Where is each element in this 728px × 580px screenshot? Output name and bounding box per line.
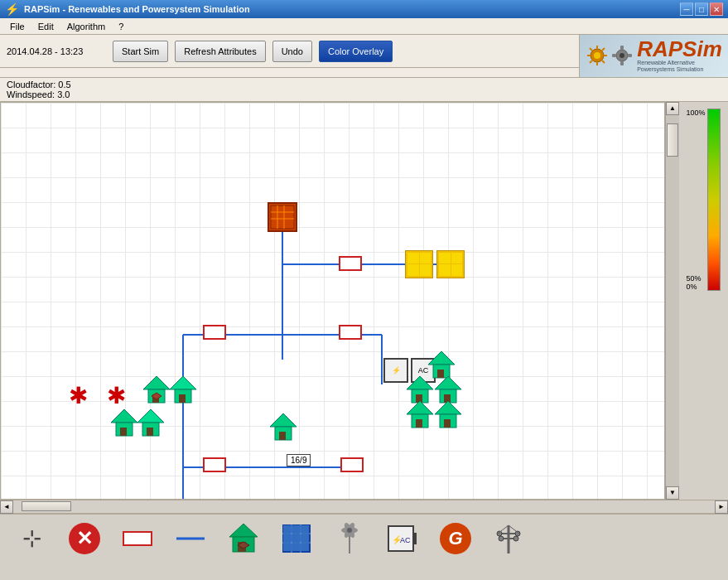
svg-marker-31 bbox=[143, 376, 170, 389]
canvas-area[interactable]: ⚡ AC ✱ ✱ bbox=[0, 102, 665, 500]
canvas-solar-cell bbox=[439, 264, 451, 276]
canvas-house-4[interactable] bbox=[137, 409, 164, 439]
horizontal-scrollbar[interactable]: ◄ ► bbox=[0, 500, 728, 513]
svg-rect-26 bbox=[271, 205, 294, 229]
bottom-toolbar: ⊹ ✕ bbox=[0, 513, 728, 563]
wire-icon bbox=[121, 522, 154, 555]
svg-marker-41 bbox=[137, 409, 164, 423]
minimize-button[interactable]: ─ bbox=[680, 2, 693, 16]
svg-rect-84 bbox=[301, 525, 309, 533]
menu-algorithm[interactable]: Algorithm bbox=[60, 20, 112, 33]
svg-line-6 bbox=[590, 48, 592, 51]
move-icon: ⊹ bbox=[15, 522, 48, 555]
color-bar-container: 100% 50% 0% bbox=[678, 102, 728, 500]
wind-svg bbox=[334, 522, 365, 555]
battery-tool-button[interactable]: ⚡ AC bbox=[384, 520, 421, 557]
delete-circle: ✕ bbox=[69, 523, 100, 554]
svg-rect-83 bbox=[292, 525, 300, 533]
canvas-house-2[interactable] bbox=[170, 376, 196, 406]
cloudfactor-label: Cloudfactor: 0.5 bbox=[7, 80, 721, 89]
canvas-house-9[interactable] bbox=[435, 401, 461, 431]
line-svg bbox=[175, 529, 206, 549]
canvas-solar-cell bbox=[420, 253, 431, 264]
canvas-house-1[interactable] bbox=[143, 376, 170, 406]
svg-rect-58 bbox=[444, 419, 451, 428]
pole-tool-button[interactable] bbox=[490, 520, 527, 557]
scroll-track-h[interactable] bbox=[13, 500, 715, 513]
delete-icon: ✕ bbox=[68, 522, 101, 555]
scroll-down-button[interactable]: ▼ bbox=[666, 486, 679, 500]
color-label-50: 50% bbox=[686, 274, 705, 283]
node-box-3[interactable] bbox=[339, 325, 362, 340]
svg-rect-37 bbox=[179, 394, 186, 403]
canvas-battery[interactable]: ⚡ bbox=[383, 358, 408, 383]
start-sim-button[interactable]: Start Sim bbox=[113, 41, 168, 62]
canvas-house-10[interactable] bbox=[270, 413, 297, 443]
node-box-4[interactable] bbox=[203, 457, 226, 472]
color-label-0: 0% bbox=[686, 283, 705, 291]
menu-bar: File Edit Algorithm ? bbox=[0, 18, 728, 35]
canvas-solar-1[interactable] bbox=[405, 250, 433, 278]
svg-point-11 bbox=[620, 53, 624, 58]
line-icon bbox=[174, 522, 207, 555]
solar-svg bbox=[281, 523, 312, 554]
color-overlay-button[interactable]: Color Overlay bbox=[319, 41, 393, 62]
scroll-up-button[interactable]: ▲ bbox=[666, 102, 679, 115]
scroll-thumb[interactable] bbox=[667, 123, 678, 157]
menu-file[interactable]: File bbox=[3, 20, 31, 33]
generator-tool-button[interactable]: G bbox=[437, 520, 474, 557]
generator-circle: G bbox=[440, 523, 471, 554]
canvas-label-16-9: 16/9 bbox=[287, 454, 311, 466]
solar-tool-button[interactable] bbox=[278, 520, 315, 557]
svg-marker-50 bbox=[435, 376, 461, 389]
svg-rect-14 bbox=[612, 54, 616, 57]
node-box-5[interactable] bbox=[340, 457, 364, 472]
svg-rect-71 bbox=[123, 532, 152, 545]
canvas-solar-2[interactable] bbox=[436, 250, 465, 278]
canvas-grid bbox=[1, 103, 664, 499]
svg-rect-61 bbox=[279, 432, 286, 440]
move-tool-button[interactable]: ⊹ bbox=[13, 520, 50, 557]
svg-marker-35 bbox=[170, 376, 196, 389]
line-tool-button[interactable] bbox=[172, 520, 209, 557]
toolbar: 2014.04.28 - 13:23 Start Sim Refresh Att… bbox=[0, 35, 579, 68]
canvas-star-1[interactable]: ✱ bbox=[69, 384, 88, 408]
undo-button[interactable]: Undo bbox=[272, 41, 312, 62]
svg-line-9 bbox=[590, 60, 592, 63]
svg-rect-40 bbox=[120, 428, 127, 436]
scroll-track[interactable] bbox=[666, 115, 679, 486]
svg-rect-86 bbox=[292, 534, 300, 542]
node-box-2[interactable] bbox=[203, 325, 226, 340]
canvas-house-8[interactable] bbox=[407, 401, 433, 431]
svg-rect-15 bbox=[628, 54, 632, 57]
canvas-transformer[interactable] bbox=[268, 202, 297, 232]
battery-svg: ⚡ AC bbox=[387, 523, 418, 554]
maximize-button[interactable]: □ bbox=[695, 2, 708, 16]
window-title: RAPSim - Renewables and Powersystem Simu… bbox=[24, 4, 250, 14]
app-icon: ⚡ bbox=[5, 2, 19, 16]
battery-icon: ⚡ AC bbox=[386, 522, 419, 555]
toolbar-info: 2014.04.28 - 13:23 bbox=[7, 46, 106, 56]
close-button[interactable]: ✕ bbox=[710, 2, 723, 16]
wire-tool-button[interactable] bbox=[119, 520, 156, 557]
canvas-solar-cell bbox=[439, 253, 451, 264]
canvas-star-2[interactable]: ✱ bbox=[107, 384, 126, 408]
menu-edit[interactable]: Edit bbox=[31, 20, 60, 33]
menu-help[interactable]: ? bbox=[112, 20, 130, 33]
delete-tool-button[interactable]: ✕ bbox=[66, 520, 103, 557]
svg-rect-85 bbox=[283, 534, 291, 542]
scroll-thumb-h[interactable] bbox=[22, 501, 71, 511]
svg-rect-82 bbox=[283, 525, 291, 533]
scroll-left-button[interactable]: ◄ bbox=[0, 500, 13, 514]
scroll-right-button[interactable]: ► bbox=[715, 500, 728, 514]
node-box-1[interactable] bbox=[339, 256, 362, 271]
svg-line-108 bbox=[509, 525, 519, 534]
house-tool-button[interactable] bbox=[225, 520, 262, 557]
wind-tool-button[interactable] bbox=[331, 520, 368, 557]
window-controls[interactable]: ─ □ ✕ bbox=[680, 2, 723, 16]
pole-icon bbox=[492, 522, 525, 555]
vertical-scrollbar[interactable]: ▲ ▼ bbox=[665, 102, 678, 500]
canvas-house-3[interactable] bbox=[111, 409, 137, 439]
logo-container: RAPSim Renewable Alternative Powersystem… bbox=[586, 38, 722, 74]
refresh-attributes-button[interactable]: Refresh Attributes bbox=[175, 41, 265, 62]
